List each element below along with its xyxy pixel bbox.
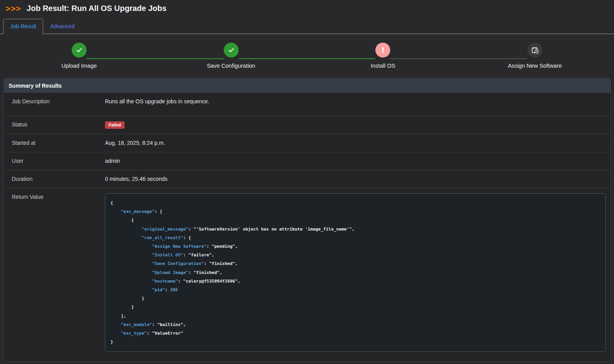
row-label: Status (12, 121, 105, 128)
brand-chevrons-icon: >>> (5, 4, 21, 13)
row-value: { "exc_message": [ { "original_message":… (105, 193, 606, 352)
step-label: Upload Image (3, 63, 155, 69)
return-value-code: { "exc_message": [ { "original_message":… (105, 193, 606, 352)
step-label: Install OS (307, 63, 459, 69)
row-label: Job Description (12, 98, 105, 105)
step-label: Save Configuration (155, 63, 307, 69)
step-connector (155, 58, 224, 59)
code-line: "Assign New Software": "pending", (110, 242, 600, 251)
status-badge: Failed (105, 121, 125, 129)
step-connector (390, 58, 459, 59)
code-line: "original_message": "'SoftwareVersion' o… (110, 225, 600, 234)
row-label: User (12, 157, 105, 165)
code-line: } (110, 338, 600, 346)
code-line: "Upload Image": "finished", (110, 268, 600, 277)
step-install-os: !Install OS (307, 43, 459, 69)
code-line: "run_all_result": { (110, 234, 600, 242)
check-icon (72, 43, 87, 58)
step-connector (239, 58, 307, 59)
summary-panel: Summary of Results Job DescriptionRuns a… (4, 78, 611, 362)
check-icon (224, 43, 239, 58)
row-value: 0 minutes, 25.46 seconds (105, 175, 606, 183)
step-connector (87, 58, 155, 59)
row-label: Return Value (12, 193, 105, 201)
step-save-configuration: Save Configuration (155, 43, 307, 69)
summary-row-duration: Duration0 minutes, 25.46 seconds (4, 170, 610, 188)
step-label: Assign New Software (459, 63, 611, 69)
row-value: Failed (105, 121, 606, 129)
page-header: >>> Job Result: Run All OS Upgrade Jobs (0, 0, 614, 13)
code-line: ], (110, 312, 600, 321)
step-upload-image: Upload Image (3, 43, 155, 69)
summary-table: Job DescriptionRuns all the OS upgrade j… (4, 93, 610, 361)
step-connector (307, 58, 376, 59)
row-value: admin (105, 157, 606, 165)
calendar-clock-icon (527, 43, 542, 58)
tab-job-result[interactable]: Job Result (3, 19, 43, 34)
code-line: "pid": 265 (110, 286, 600, 294)
row-value: Runs all the OS upgrade jobs in sequence… (105, 98, 606, 105)
tab-advanced[interactable]: Advanced (43, 19, 82, 34)
summary-row-started-at: Started atAug. 18, 2025, 8:24 p.m. (4, 134, 610, 152)
code-line: "hostname": "celery@f535094f2606", (110, 277, 600, 286)
code-line: "Save Configuration": "finished", (110, 259, 600, 268)
code-line: "exc_module": "builtins", (110, 321, 600, 329)
row-label: Started at (12, 139, 105, 147)
code-line: { (110, 216, 600, 225)
code-line: } (110, 294, 600, 303)
summary-row-status: StatusFailed (4, 115, 610, 134)
progress-stepper: Upload ImageSave Configuration!Install O… (3, 34, 611, 69)
code-line: } (110, 303, 600, 312)
code-line: "exc_message": [ (110, 207, 600, 216)
code-line: "Install OS": "failure", (110, 251, 600, 259)
panel-title: Summary of Results (4, 79, 610, 93)
row-label: Duration (12, 175, 105, 183)
summary-row-user: Useradmin (4, 152, 610, 170)
code-line: { (110, 199, 600, 207)
row-value: Aug. 18, 2025, 8:24 p.m. (105, 139, 606, 147)
code-line: "exc_type": "ValueError" (110, 329, 600, 338)
step-assign-new-software: Assign New Software (459, 43, 611, 69)
summary-row-return-value: Return Value{ "exc_message": [ { "origin… (4, 188, 610, 361)
summary-row-job-description: Job DescriptionRuns all the OS upgrade j… (4, 93, 610, 115)
step-connector (459, 58, 527, 59)
tab-bar: Job Result Advanced (0, 19, 614, 34)
exclamation-icon: ! (375, 43, 390, 58)
page-title: Job Result: Run All OS Upgrade Jobs (27, 4, 167, 12)
